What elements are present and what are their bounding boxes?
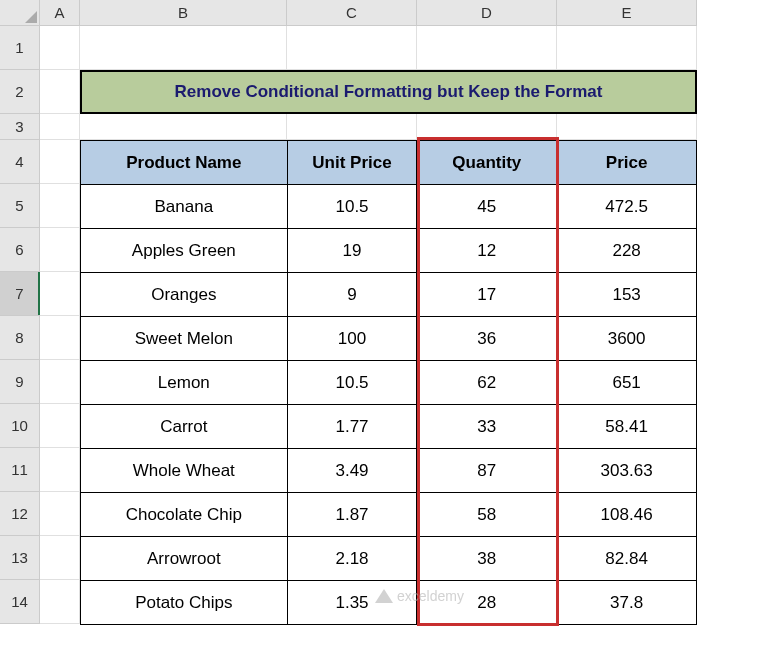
cell-product[interactable]: Banana <box>81 185 288 229</box>
cell-product[interactable]: Apples Green <box>81 229 288 273</box>
cell-product[interactable]: Chocolate Chip <box>81 493 288 537</box>
cell-price[interactable]: 228 <box>557 229 697 273</box>
cell-C1[interactable] <box>287 26 417 70</box>
table-row: Lemon10.562651 <box>81 361 697 405</box>
cell-price[interactable]: 651 <box>557 361 697 405</box>
table-row: Apples Green1912228 <box>81 229 697 273</box>
cell-A10[interactable] <box>40 404 80 448</box>
cell-A6[interactable] <box>40 228 80 272</box>
cell-unit_price[interactable]: 3.49 <box>287 449 417 493</box>
table-row: Arrowroot2.183882.84 <box>81 537 697 581</box>
cell-product[interactable]: Oranges <box>81 273 288 317</box>
row-header-4[interactable]: 4 <box>0 140 40 184</box>
header-quantity[interactable]: Quantity <box>417 141 557 185</box>
row-header-11[interactable]: 11 <box>0 448 40 492</box>
cell-price[interactable]: 3600 <box>557 317 697 361</box>
row-header-10[interactable]: 10 <box>0 404 40 448</box>
cell-D3[interactable] <box>417 114 557 140</box>
cell-B3[interactable] <box>80 114 287 140</box>
cell-A2[interactable] <box>40 70 80 114</box>
cell-A3[interactable] <box>40 114 80 140</box>
row-header-5[interactable]: 5 <box>0 184 40 228</box>
cell-A12[interactable] <box>40 492 80 536</box>
cell-product[interactable]: Lemon <box>81 361 288 405</box>
cell-quantity[interactable]: 33 <box>417 405 557 449</box>
cell-quantity[interactable]: 87 <box>417 449 557 493</box>
row-header-12[interactable]: 12 <box>0 492 40 536</box>
table-row: Whole Wheat3.4987303.63 <box>81 449 697 493</box>
cell-unit_price[interactable]: 1.87 <box>287 493 417 537</box>
row-header-9[interactable]: 9 <box>0 360 40 404</box>
cell-E3[interactable] <box>557 114 697 140</box>
header-unitprice[interactable]: Unit Price <box>287 141 417 185</box>
row-header-7[interactable]: 7 <box>0 272 40 316</box>
data-table: Product Name Unit Price Quantity Price B… <box>80 140 697 625</box>
col-header-C[interactable]: C <box>287 0 417 26</box>
watermark-text: exceldemy <box>397 588 464 604</box>
cell-unit_price[interactable]: 1.77 <box>287 405 417 449</box>
cell-A5[interactable] <box>40 184 80 228</box>
table-row: Oranges917153 <box>81 273 697 317</box>
data-table-container: Product Name Unit Price Quantity Price B… <box>80 140 697 624</box>
cell-quantity[interactable]: 38 <box>417 537 557 581</box>
row-header-14[interactable]: 14 <box>0 580 40 624</box>
table-row: Sweet Melon100363600 <box>81 317 697 361</box>
cell-quantity[interactable]: 17 <box>417 273 557 317</box>
cell-product[interactable]: Whole Wheat <box>81 449 288 493</box>
row-header-3[interactable]: 3 <box>0 114 40 140</box>
row-header-2[interactable]: 2 <box>0 70 40 114</box>
col-header-B[interactable]: B <box>80 0 287 26</box>
cell-unit_price[interactable]: 100 <box>287 317 417 361</box>
title-cell[interactable]: Remove Conditional Formatting but Keep t… <box>80 70 697 114</box>
cell-product[interactable]: Sweet Melon <box>81 317 288 361</box>
cell-price[interactable]: 153 <box>557 273 697 317</box>
row-header-1[interactable]: 1 <box>0 26 40 70</box>
cell-A13[interactable] <box>40 536 80 580</box>
col-header-A[interactable]: A <box>40 0 80 26</box>
cell-price[interactable]: 37.8 <box>557 581 697 625</box>
cell-quantity[interactable]: 12 <box>417 229 557 273</box>
col-header-E[interactable]: E <box>557 0 697 26</box>
cell-B1[interactable] <box>80 26 287 70</box>
cell-price[interactable]: 472.5 <box>557 185 697 229</box>
cell-quantity[interactable]: 62 <box>417 361 557 405</box>
cell-price[interactable]: 108.46 <box>557 493 697 537</box>
cell-A9[interactable] <box>40 360 80 404</box>
header-product[interactable]: Product Name <box>81 141 288 185</box>
cell-unit_price[interactable]: 10.5 <box>287 361 417 405</box>
col-header-D[interactable]: D <box>417 0 557 26</box>
watermark: exceldemy <box>375 588 464 604</box>
cell-C3[interactable] <box>287 114 417 140</box>
cell-price[interactable]: 303.63 <box>557 449 697 493</box>
cell-unit_price[interactable]: 2.18 <box>287 537 417 581</box>
cell-product[interactable]: Carrot <box>81 405 288 449</box>
cell-quantity[interactable]: 45 <box>417 185 557 229</box>
row-header-8[interactable]: 8 <box>0 316 40 360</box>
cell-A8[interactable] <box>40 316 80 360</box>
cell-A14[interactable] <box>40 580 80 624</box>
cell-product[interactable]: Arrowroot <box>81 537 288 581</box>
cell-quantity[interactable]: 36 <box>417 317 557 361</box>
row-header-6[interactable]: 6 <box>0 228 40 272</box>
watermark-logo-icon <box>375 589 393 603</box>
cell-E1[interactable] <box>557 26 697 70</box>
cell-product[interactable]: Potato Chips <box>81 581 288 625</box>
row-header-13[interactable]: 13 <box>0 536 40 580</box>
cell-A4[interactable] <box>40 140 80 184</box>
select-all-corner[interactable] <box>0 0 40 26</box>
cell-A1[interactable] <box>40 26 80 70</box>
header-price[interactable]: Price <box>557 141 697 185</box>
spreadsheet-grid: A B C D E 1 2 Remove Conditional Formatt… <box>0 0 767 624</box>
cell-D1[interactable] <box>417 26 557 70</box>
cell-A11[interactable] <box>40 448 80 492</box>
cell-price[interactable]: 82.84 <box>557 537 697 581</box>
cell-A7[interactable] <box>40 272 80 316</box>
cell-unit_price[interactable]: 19 <box>287 229 417 273</box>
cell-unit_price[interactable]: 9 <box>287 273 417 317</box>
cell-price[interactable]: 58.41 <box>557 405 697 449</box>
table-row: Chocolate Chip1.8758108.46 <box>81 493 697 537</box>
table-row: Banana10.545472.5 <box>81 185 697 229</box>
cell-quantity[interactable]: 58 <box>417 493 557 537</box>
cell-unit_price[interactable]: 10.5 <box>287 185 417 229</box>
table-row: Carrot1.773358.41 <box>81 405 697 449</box>
